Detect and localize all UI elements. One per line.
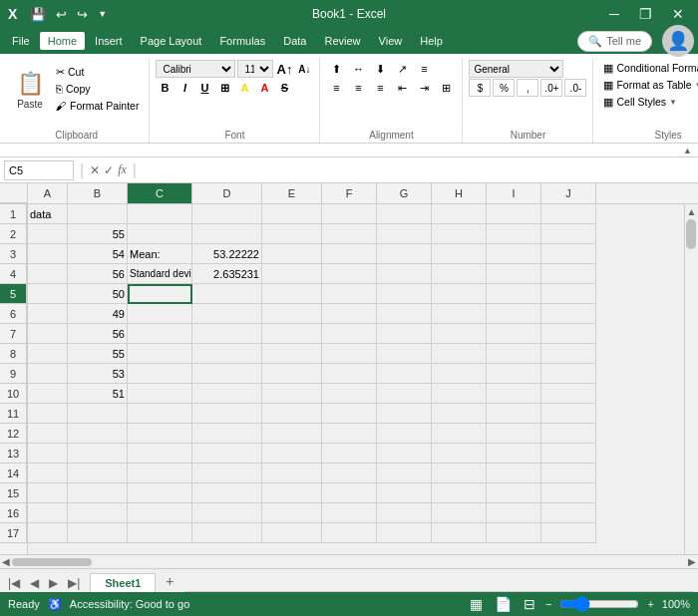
col-header-J[interactable]: J (541, 183, 596, 203)
cell-F9[interactable] (322, 364, 377, 384)
cell-G4[interactable] (377, 264, 432, 284)
align-middle-button[interactable]: ↔ (348, 60, 368, 78)
cell-C7[interactable] (128, 324, 192, 344)
cell-D1[interactable] (192, 204, 262, 224)
cell-E4[interactable] (262, 264, 322, 284)
row-num-1[interactable]: 1 (0, 204, 27, 224)
row-num-13[interactable]: 13 (0, 444, 27, 463)
cell-B11[interactable] (68, 404, 128, 424)
collapse-ribbon-icon[interactable]: ▲ (683, 146, 692, 155)
cancel-formula-icon[interactable]: ✕ (90, 163, 100, 177)
cell-A2[interactable] (28, 224, 68, 244)
cell-F11[interactable] (322, 404, 377, 424)
cell-G1[interactable] (377, 204, 432, 224)
increase-decimal-button[interactable]: .0+ (540, 79, 562, 97)
menu-review[interactable]: Review (316, 32, 368, 50)
scroll-up-button[interactable]: ▲ (685, 204, 698, 219)
cell-I11[interactable] (487, 404, 541, 424)
cell-H9[interactable] (432, 364, 487, 384)
zoom-plus-button[interactable]: + (647, 598, 653, 610)
cell-F16[interactable] (322, 503, 377, 523)
cell-J5[interactable] (541, 284, 596, 304)
cell-A3[interactable] (28, 244, 68, 264)
cell-B13[interactable] (68, 444, 128, 463)
row-num-2[interactable]: 2 (0, 224, 27, 244)
cell-A11[interactable] (28, 404, 68, 424)
menu-view[interactable]: View (371, 32, 411, 50)
vscroll-thumb[interactable] (686, 219, 696, 249)
row-num-11[interactable]: 11 (0, 404, 27, 424)
formula-input[interactable] (143, 164, 694, 176)
cell-H8[interactable] (432, 344, 487, 364)
cell-B10[interactable]: 51 (68, 384, 128, 404)
tell-me-box[interactable]: 🔍 Tell me (577, 31, 652, 52)
cell-A9[interactable] (28, 364, 68, 384)
cell-G6[interactable] (377, 304, 432, 324)
cell-C14[interactable] (128, 463, 192, 483)
indent-decrease-button[interactable]: ⇤ (392, 79, 412, 97)
cell-J13[interactable] (541, 444, 596, 463)
orientation-button[interactable]: ↗ (392, 60, 412, 78)
cell-A10[interactable] (28, 384, 68, 404)
cell-G9[interactable] (377, 364, 432, 384)
cell-E10[interactable] (262, 384, 322, 404)
align-bottom-button[interactable]: ⬇ (370, 60, 390, 78)
cell-F13[interactable] (322, 444, 377, 463)
cell-D13[interactable] (192, 444, 262, 463)
first-sheet-button[interactable]: |◀ (4, 574, 24, 592)
cell-I16[interactable] (487, 503, 541, 523)
cell-H4[interactable] (432, 264, 487, 284)
next-sheet-button[interactable]: ▶ (45, 574, 62, 592)
cell-E6[interactable] (262, 304, 322, 324)
row-num-7[interactable]: 7 (0, 324, 27, 344)
col-header-D[interactable]: D (192, 183, 262, 203)
comma-button[interactable]: , (517, 79, 538, 97)
cell-I5[interactable] (487, 284, 541, 304)
minimize-button[interactable]: ─ (603, 4, 625, 24)
cell-A4[interactable] (28, 264, 68, 284)
row-num-14[interactable]: 14 (0, 463, 27, 483)
increase-font-button[interactable]: A↑ (275, 60, 293, 78)
cell-D17[interactable] (192, 523, 262, 543)
cell-J2[interactable] (541, 224, 596, 244)
cell-J14[interactable] (541, 463, 596, 483)
cell-A5[interactable] (28, 284, 68, 304)
merge-center-button[interactable]: ⊞ (436, 79, 456, 97)
cell-E15[interactable] (262, 483, 322, 503)
col-header-I[interactable]: I (487, 183, 541, 203)
cell-B6[interactable]: 49 (68, 304, 128, 324)
cell-C2[interactable] (128, 224, 192, 244)
cell-B16[interactable] (68, 503, 128, 523)
cell-J16[interactable] (541, 503, 596, 523)
cell-A14[interactable] (28, 463, 68, 483)
cell-I14[interactable] (487, 463, 541, 483)
cell-I1[interactable] (487, 204, 541, 224)
hscroll-thumb[interactable] (12, 558, 92, 566)
align-right-button[interactable]: ≡ (370, 79, 390, 97)
scroll-left-button[interactable]: ◀ (0, 556, 12, 567)
restore-button[interactable]: ❐ (633, 4, 658, 24)
cell-J6[interactable] (541, 304, 596, 324)
cell-D2[interactable] (192, 224, 262, 244)
vertical-scrollbar[interactable]: ▲ ▼ (684, 204, 698, 554)
cell-G15[interactable] (377, 483, 432, 503)
normal-view-button[interactable]: ▦ (468, 594, 485, 614)
zoom-slider[interactable] (559, 599, 639, 609)
cell-C5[interactable] (128, 284, 192, 304)
cell-G5[interactable] (377, 284, 432, 304)
cell-F8[interactable] (322, 344, 377, 364)
conditional-formatting-button[interactable]: ▦ Conditional Formatting ▼ (599, 60, 698, 76)
cell-J3[interactable] (541, 244, 596, 264)
cell-J15[interactable] (541, 483, 596, 503)
number-format-select[interactable]: General (469, 60, 563, 78)
bold-button[interactable]: B (156, 79, 174, 97)
cell-B1[interactable] (68, 204, 128, 224)
cell-F17[interactable] (322, 523, 377, 543)
cell-I15[interactable] (487, 483, 541, 503)
cell-B17[interactable] (68, 523, 128, 543)
col-header-H[interactable]: H (432, 183, 487, 203)
cell-H15[interactable] (432, 483, 487, 503)
cell-B15[interactable] (68, 483, 128, 503)
cell-H10[interactable] (432, 384, 487, 404)
cell-F1[interactable] (322, 204, 377, 224)
